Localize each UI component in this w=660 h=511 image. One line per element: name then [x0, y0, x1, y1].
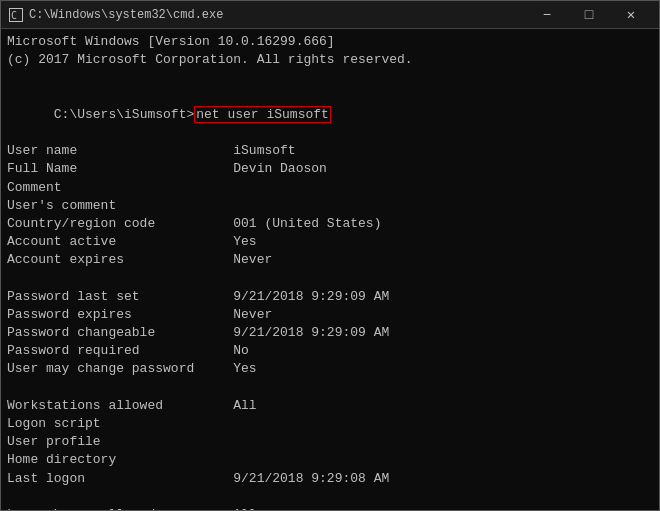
line-empty-3 — [7, 379, 653, 397]
line-user-comment: User's comment — [7, 197, 653, 215]
window-icon: C — [9, 8, 23, 22]
line-windows-version: Microsoft Windows [Version 10.0.16299.66… — [7, 33, 653, 51]
line-home-dir: Home directory — [7, 451, 653, 469]
line-account-expires: Account expires Never — [7, 251, 653, 269]
maximize-button[interactable]: □ — [569, 1, 609, 29]
highlighted-command: net user iSumsoft — [194, 106, 331, 123]
window-controls: − □ ✕ — [527, 1, 651, 29]
line-logon-hours: Logon hours allowed All — [7, 506, 653, 510]
cmd-window: C C:\Windows\system32\cmd.exe − □ ✕ Micr… — [0, 0, 660, 511]
line-last-logon: Last logon 9/21/2018 9:29:08 AM — [7, 470, 653, 488]
line-copyright: (c) 2017 Microsoft Corporation. All righ… — [7, 51, 653, 69]
terminal-area[interactable]: Microsoft Windows [Version 10.0.16299.66… — [1, 29, 659, 510]
line-empty-1 — [7, 69, 653, 87]
line-pwd-last-set: Password last set 9/21/2018 9:29:09 AM — [7, 288, 653, 306]
window-title: C:\Windows\system32\cmd.exe — [29, 8, 527, 22]
line-command: C:\Users\iSumsoft>net user iSumsoft — [7, 88, 653, 143]
line-pwd-user-change: User may change password Yes — [7, 360, 653, 378]
line-country: Country/region code 001 (United States) — [7, 215, 653, 233]
line-pwd-required: Password required No — [7, 342, 653, 360]
svg-text:C: C — [11, 10, 17, 21]
titlebar: C C:\Windows\system32\cmd.exe − □ ✕ — [1, 1, 659, 29]
line-pwd-changeable: Password changeable 9/21/2018 9:29:09 AM — [7, 324, 653, 342]
line-workstations: Workstations allowed All — [7, 397, 653, 415]
line-fullname: Full Name Devin Daoson — [7, 160, 653, 178]
line-logon-script: Logon script — [7, 415, 653, 433]
line-pwd-expires: Password expires Never — [7, 306, 653, 324]
line-empty-2 — [7, 269, 653, 287]
line-empty-4 — [7, 488, 653, 506]
prompt-text: C:\Users\iSumsoft> — [54, 107, 194, 122]
line-username: User name iSumsoft — [7, 142, 653, 160]
close-button[interactable]: ✕ — [611, 1, 651, 29]
line-comment: Comment — [7, 179, 653, 197]
line-account-active: Account active Yes — [7, 233, 653, 251]
minimize-button[interactable]: − — [527, 1, 567, 29]
line-user-profile: User profile — [7, 433, 653, 451]
